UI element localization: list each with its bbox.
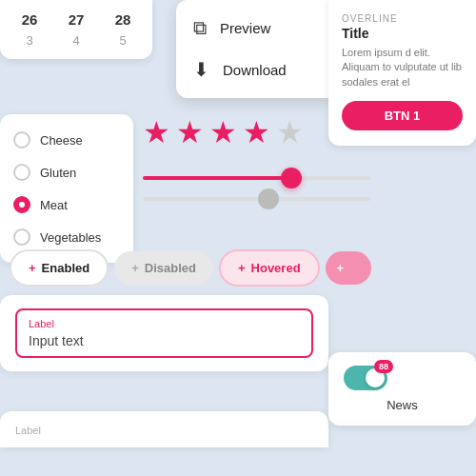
disabled-button: + Disabled [114,251,213,285]
input-value[interactable]: Input text [29,333,300,348]
radio-circle-vegetables [13,228,30,246]
extra-button[interactable]: + [326,251,371,285]
calendar-sub-4: 4 [62,33,90,48]
input-card: Label Input text [0,295,328,371]
slider-area [143,176,371,201]
copy-icon: ⧉ [193,17,207,39]
slider-track-2[interactable] [143,197,371,201]
dropdown-item-download[interactable]: ⬇ Download [176,49,338,90]
radio-label-vegetables: Vegetables [40,230,101,245]
radio-item-vegetables[interactable]: Vegetables [0,221,133,253]
star-rating: ★ ★ ★ ★ ★ [143,114,304,150]
download-icon: ⬇ [193,58,209,81]
radio-label-cheese: Cheese [40,133,83,148]
slider-fill-1 [143,176,291,180]
input-wrapper: Label Input text [15,308,313,358]
disabled-label: Disabled [145,261,196,275]
overline-text: OVERLINE [342,13,463,24]
plus-icon-extra: + [337,261,345,275]
radio-label-gluten: Gluten [40,166,76,180]
star-3[interactable]: ★ [209,114,237,150]
dropdown-label-download: Download [223,62,287,78]
body-text: Lorem ipsum d elit. Aliquam to vulputate… [342,46,463,89]
plus-icon-hovered: + [238,261,246,275]
bottom-label: Label [15,425,313,436]
content-card: OVERLINE Title Lorem ipsum d elit. Aliqu… [328,0,476,146]
news-label: News [387,398,418,412]
star-5[interactable]: ★ [276,114,304,150]
badge: 88 [374,360,393,373]
calendar-card: 26 27 28 3 4 5 [0,0,152,59]
btn-1-button[interactable]: BTN 1 [342,101,463,130]
radio-circle-gluten [13,164,30,181]
calendar-sub-5: 5 [109,33,137,48]
hovered-button[interactable]: + Hovered [219,249,320,287]
title-text: Title [342,26,463,41]
calendar-sub-row: 3 4 5 [15,33,137,48]
calendar-day-28: 28 [109,11,137,28]
radio-item-meat[interactable]: Meat [0,188,133,221]
calendar-day-26: 26 [15,11,44,28]
dropdown-label-preview: Preview [220,20,270,36]
star-4[interactable]: ★ [243,114,270,150]
plus-icon-enabled: + [29,261,36,275]
buttons-row: + Enabled + Disabled + Hovered + [0,249,381,287]
radio-circle-cheese [13,131,30,149]
hovered-label: Hovered [251,261,301,275]
toggle-row: 88 [344,366,461,390]
dropdown-item-preview[interactable]: ⧉ Preview [176,8,338,49]
dropdown-card: ⧉ Preview ⬇ Download [176,0,338,98]
radio-circle-meat [13,196,30,213]
star-2[interactable]: ★ [176,114,204,150]
radio-list: Cheese Gluten Meat Vegetables [0,114,133,263]
calendar-sub-3: 3 [15,33,44,48]
slider-thumb-2[interactable] [258,188,279,209]
radio-label-meat: Meat [40,198,68,212]
plus-icon-disabled: + [131,261,139,275]
calendar-day-27: 27 [62,11,90,28]
enabled-button[interactable]: + Enabled [10,249,109,287]
radio-item-cheese[interactable]: Cheese [0,124,133,156]
calendar-days-row: 26 27 28 [15,11,137,28]
radio-item-gluten[interactable]: Gluten [0,156,133,188]
input-label: Label [29,318,300,329]
slider-thumb-1[interactable] [281,168,302,188]
news-card: 88 News [328,352,476,426]
bottom-card: Label [0,411,328,447]
slider-track-1[interactable] [143,176,371,180]
enabled-label: Enabled [42,261,90,275]
star-1[interactable]: ★ [143,114,170,150]
